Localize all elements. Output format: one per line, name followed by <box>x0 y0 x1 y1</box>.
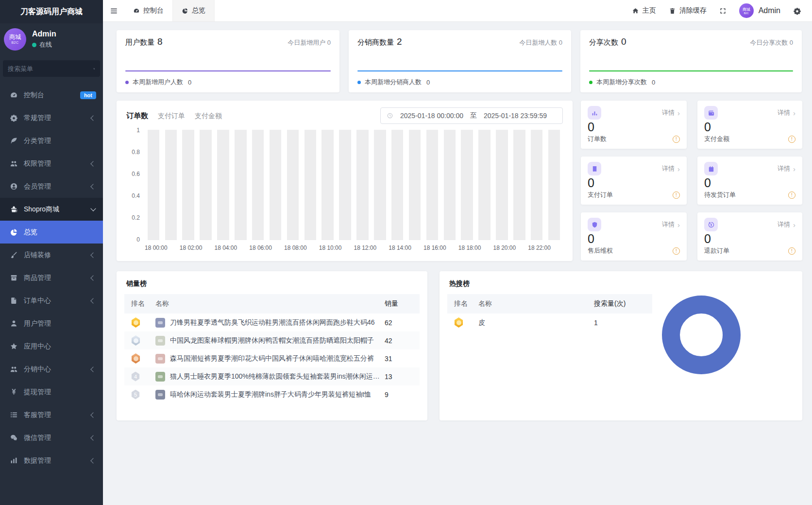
chart-bar <box>180 130 197 240</box>
product-thumbnail <box>155 318 165 328</box>
date-range-picker[interactable]: 2025-01-18 00:00:00 至 2025-01-18 23:59:5… <box>380 107 563 124</box>
detail-link[interactable]: 详情 <box>778 220 795 229</box>
sidebar-item-shopro[interactable]: Shopro商城 <box>0 198 103 221</box>
row-value: 13 <box>385 373 420 381</box>
settings-button[interactable] <box>793 7 801 15</box>
legend-dot <box>357 81 361 84</box>
order-bar-chart: 10.80.60.40.20 18 00:0018 02:0018 04:001… <box>126 130 563 251</box>
stat-card: 分享次数0 今日分享次数 0 本周新增分享次数 0 <box>580 30 802 92</box>
pie-icon <box>10 228 18 236</box>
main-content: 用户数量8 今日新增用户 0 本周新增用户人数 0 分销商数量2 今日新增人数 … <box>103 22 812 505</box>
chart-bar <box>510 130 528 240</box>
info-icon[interactable] <box>788 247 795 255</box>
date-start-input[interactable]: 2025-01-18 00:00:00 <box>393 112 470 120</box>
table-row[interactable]: 森马国潮短裤男夏季潮印花大码中国风裤子休闲嘻哈潮流宽松五分裤 31 <box>124 349 420 367</box>
chart-tab[interactable]: 支付金额 <box>195 112 222 121</box>
info-icon[interactable] <box>673 192 680 199</box>
table-row[interactable]: 4 猫人男士睡衣男夏季100%纯棉薄款圆领套头短袖套装男ins潮休闲运动... … <box>124 367 420 385</box>
user-profile[interactable]: 商城 B2C Admin 在线 <box>0 23 103 56</box>
search-input[interactable] <box>8 65 93 72</box>
info-icon[interactable] <box>788 136 795 143</box>
detail-link[interactable]: 详情 <box>778 108 795 117</box>
chevron-icon <box>90 252 96 258</box>
kpi-card-order-count: 详情 0 订单数 <box>581 101 687 149</box>
detail-link[interactable]: 详情 <box>662 108 680 117</box>
order-stats-grid: 详情 0 订单数 详情 0 支付金额 详情 0 支付订单 详情 <box>581 101 802 261</box>
kpi-refund-icon <box>704 218 718 231</box>
expand-icon <box>719 7 727 15</box>
chart-tab[interactable]: 订单数 <box>126 111 148 121</box>
avatar: 商城 B2C <box>739 3 754 18</box>
info-icon[interactable] <box>788 192 795 199</box>
sidebar-item-data[interactable]: 数据管理 <box>0 449 103 472</box>
kpi-label: 支付订单 <box>588 191 613 199</box>
chart-bars <box>145 130 563 240</box>
sidebar-item-console[interactable]: 控制台 hot <box>0 84 103 106</box>
sidebar-menu: 控制台 hot 常规管理 分类管理 权限管理 会员管理 Shopro商城 总览 … <box>0 84 103 472</box>
table-row[interactable]: 中国风龙图案棒球帽男潮牌休闲鸭舌帽女潮流百搭防晒遮阳太阳帽子 42 <box>124 331 420 349</box>
chevron-icon <box>90 161 96 166</box>
product-thumbnail <box>155 354 165 364</box>
detail-link[interactable]: 详情 <box>662 220 680 229</box>
chevron-icon <box>90 412 96 418</box>
sparkline-chart <box>125 70 331 71</box>
sidebar-item-category[interactable]: 分类管理 <box>0 129 103 152</box>
kpi-receipt-icon <box>588 162 601 175</box>
product-thumbnail <box>155 336 165 346</box>
sidebar-item-order-center[interactable]: 订单中心 <box>0 289 103 312</box>
clear-cache-button[interactable]: 清除缓存 <box>669 6 707 15</box>
home-button[interactable]: 主页 <box>632 6 656 15</box>
menu-search[interactable] <box>3 60 100 77</box>
table-row[interactable]: 皮 1 <box>447 313 652 331</box>
sidebar-item-permission[interactable]: 权限管理 <box>0 152 103 175</box>
chevron-icon <box>90 115 96 121</box>
info-icon[interactable] <box>673 247 680 255</box>
sidebar-item-service[interactable]: 客服管理 <box>0 403 103 426</box>
fullscreen-button[interactable] <box>719 7 727 15</box>
tab-console[interactable]: 控制台 <box>124 0 172 21</box>
rank-number: 4 <box>131 372 140 382</box>
sidebar-item-withdraw[interactable]: 提现管理 <box>0 381 103 403</box>
product-name: 嘻哈休闲运动套装男士夏季潮牌ins胖子大码青少年男装短裤短袖t恤 <box>170 390 371 399</box>
user-menu[interactable]: 商城 B2C Admin <box>739 3 780 18</box>
sidebar-item-user[interactable]: 用户管理 <box>0 312 103 335</box>
leaf-icon <box>10 137 18 145</box>
sidebar-item-general[interactable]: 常规管理 <box>0 106 103 129</box>
app-title: 刀客源码用户商城 <box>0 0 103 23</box>
brush-icon <box>10 251 18 259</box>
dashboard-icon <box>133 7 140 14</box>
stat-card: 分销商数量2 今日新增人数 0 本周新增分销商人数 0 <box>349 30 571 92</box>
star-icon <box>10 342 18 350</box>
gear-icon <box>793 7 801 15</box>
tab-overview[interactable]: 总览 <box>172 0 215 21</box>
chart-bar <box>302 130 319 240</box>
search-icon <box>93 65 95 72</box>
top-header: 控制台 总览 主页 清除缓存 商城 B2C Admin <box>103 0 812 22</box>
detail-link[interactable]: 详情 <box>778 164 795 173</box>
sidebar-item-member[interactable]: 会员管理 <box>0 175 103 198</box>
date-end-input[interactable]: 2025-01-18 23:59:59 <box>477 112 554 120</box>
sidebar-item-decoration[interactable]: 店铺装修 <box>0 244 103 266</box>
medal-rank-3-icon <box>131 353 140 364</box>
chart-bar <box>337 130 354 240</box>
sidebar-item-app-center[interactable]: 应用中心 <box>0 335 103 358</box>
kpi-shield-icon <box>588 218 601 231</box>
sidebar-item-distribution[interactable]: 分销中心 <box>0 358 103 381</box>
sidebar-item-wechat[interactable]: 微信管理 <box>0 426 103 449</box>
info-icon[interactable] <box>673 136 680 143</box>
yen-icon <box>10 388 18 396</box>
sidebar-item-goods[interactable]: 商品管理 <box>0 266 103 289</box>
detail-link[interactable]: 详情 <box>662 164 680 173</box>
table-row[interactable]: 5 嘻哈休闲运动套装男士夏季潮牌ins胖子大码青少年男装短裤短袖t恤 9 <box>124 385 420 403</box>
table-row[interactable]: 刀锋男鞋夏季透气防臭飞织运动鞋男潮流百搭休闲网面跑步鞋大码46 62 <box>124 313 420 331</box>
sidebar-toggle-button[interactable] <box>103 0 124 21</box>
chevron-icon <box>90 275 96 280</box>
sidebar-item-overview[interactable]: 总览 <box>0 221 103 244</box>
hot-badge: hot <box>80 91 96 99</box>
order-icon <box>10 296 18 305</box>
product-name: 森马国潮短裤男夏季潮印花大码中国风裤子休闲嘻哈潮流宽松五分裤 <box>170 354 374 363</box>
chart-tab[interactable]: 支付订单 <box>158 112 185 121</box>
chevron-icon <box>90 298 96 303</box>
kpi-card-refund: 详情 0 退款订单 <box>697 212 802 261</box>
product-thumbnail <box>155 390 165 400</box>
